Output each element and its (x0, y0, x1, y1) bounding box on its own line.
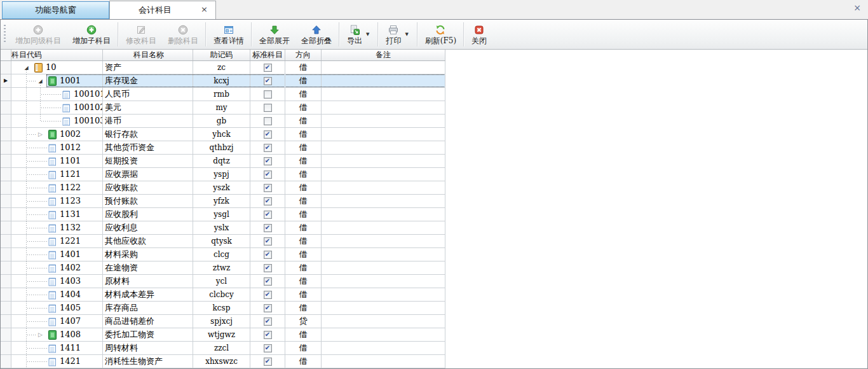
table-row[interactable]: 1407商品进销差价spjxcj✔贷 (1, 315, 445, 328)
tab-accounting-subjects[interactable]: 会计科目 × (109, 1, 216, 19)
export-dropdown-caret[interactable]: ▼ (365, 32, 370, 37)
table-row[interactable]: 1401材料采购clcg✔借 (1, 248, 445, 261)
window-close-icon[interactable]: × (853, 3, 861, 13)
tab-function-nav[interactable]: 功能导航窗 (2, 1, 109, 19)
direction-cell: 借 (285, 181, 322, 194)
standard-subject-checkbox[interactable]: ✔ (264, 331, 272, 339)
toolbar-button-view-details[interactable]: 查看详情 (208, 21, 250, 48)
standard-subject-cell: ✔ (250, 74, 285, 87)
standard-subject-checkbox[interactable]: ✔ (264, 224, 272, 232)
standard-subject-checkbox[interactable] (264, 117, 272, 125)
column-header-name[interactable]: 科目名称 (103, 50, 193, 60)
row-indicator-cell (1, 208, 11, 221)
sheet-icon (48, 237, 57, 246)
standard-subject-checkbox[interactable]: ✔ (264, 157, 272, 165)
row-indicator-cell (1, 181, 11, 194)
table-row[interactable]: 1421消耗性生物资产xhxswzc✔借 (1, 355, 445, 368)
standard-subject-checkbox[interactable] (264, 90, 272, 99)
table-row[interactable]: 1221其他应收款qtysk✔借 (1, 235, 445, 248)
table-row[interactable]: 1122应收账款yszk✔借 (1, 181, 445, 195)
sheet-icon (48, 357, 57, 366)
subject-name-cell: 美元 (103, 101, 193, 114)
table-row[interactable]: 1404材料成本差异clcbcy✔借 (1, 288, 445, 302)
column-header-code[interactable]: 科目代码 (11, 50, 103, 60)
standard-subject-checkbox[interactable]: ✔ (264, 144, 272, 152)
standard-subject-checkbox[interactable]: ✔ (264, 291, 272, 299)
column-header-mnem[interactable]: 助记码 (193, 50, 250, 60)
tree-guide-tick (27, 335, 36, 335)
table-row[interactable]: 1411周转材料zzcl✔借 (1, 342, 445, 355)
remark-cell (322, 181, 445, 194)
collapse-node-icon[interactable]: ◢ (37, 78, 44, 84)
table-row[interactable]: 1101短期投资dqtz✔借 (1, 155, 445, 168)
toolbar-button-collapse-all[interactable]: 全部折叠 (295, 21, 337, 48)
table-row[interactable]: ▷1408委托加工物资wtjgwz✔借 (1, 328, 445, 342)
standard-subject-checkbox[interactable]: ✔ (264, 77, 272, 85)
table-row[interactable]: 1132应收利息yslx✔借 (1, 221, 445, 235)
expand-node-icon[interactable]: ▷ (37, 131, 44, 137)
subject-code: 100101 (74, 88, 103, 101)
tree-guide-line (26, 302, 27, 314)
standard-subject-checkbox[interactable]: ✔ (264, 237, 272, 246)
row-indicator-cell (1, 101, 11, 114)
toolbar-button-expand-all[interactable]: 全部展开 (254, 21, 295, 48)
standard-subject-checkbox[interactable]: ✔ (264, 264, 272, 272)
standard-subject-checkbox[interactable]: ✔ (264, 344, 272, 352)
direction-cell: 借 (285, 115, 322, 127)
toolbar-button-label: 关闭 (471, 37, 487, 45)
table-row[interactable]: 1121应收票据yspj✔借 (1, 168, 445, 181)
toolbar-button-add-sibling[interactable]: 增加同级科目 (10, 21, 67, 48)
standard-subject-checkbox[interactable]: ✔ (264, 184, 272, 192)
standard-subject-checkbox[interactable]: ✔ (264, 304, 272, 312)
toolbar-button-export[interactable]: 导出▼ (341, 21, 376, 48)
standard-subject-checkbox[interactable]: ✔ (264, 211, 272, 219)
toolbar-button-print[interactable]: 打印▼ (380, 21, 415, 48)
toolbar-button-edit[interactable]: 修改科目 (120, 21, 162, 48)
standard-subject-checkbox[interactable]: ✔ (264, 277, 272, 286)
standard-subject-checkbox[interactable]: ✔ (264, 171, 272, 179)
table-row[interactable]: 1123预付账款yfzk✔借 (1, 195, 445, 208)
table-row[interactable]: 100102美元my借 (1, 101, 445, 115)
remark-cell (322, 355, 445, 368)
subject-code-cell: 1122 (11, 181, 103, 194)
table-row[interactable]: 100101人民币rmb借 (1, 88, 445, 101)
standard-subject-checkbox[interactable]: ✔ (264, 130, 272, 139)
standard-subject-checkbox[interactable]: ✔ (264, 251, 272, 259)
mnemonic-cell: rmb (193, 88, 250, 101)
table-row[interactable]: 1405库存商品kcsp✔借 (1, 302, 445, 315)
collapse-node-icon[interactable]: ◢ (23, 65, 30, 71)
subject-name-cell: 库存现金 (103, 74, 193, 87)
toolbar-button-close[interactable]: 关闭 (466, 21, 492, 48)
toolbar-button-refresh[interactable]: 刷新(F5) (419, 21, 462, 48)
toolbar-button-add-child[interactable]: 增加子科目 (67, 21, 116, 48)
standard-subject-checkbox[interactable]: ✔ (264, 317, 272, 326)
tree-guide-tick (27, 174, 47, 175)
table-row[interactable]: ▶◢1001库存现金kcxj✔借 (1, 74, 445, 88)
row-indicator-cell: ▶ (1, 74, 11, 87)
standard-subject-checkbox[interactable] (264, 104, 272, 112)
subject-name-cell: 其他应收款 (103, 235, 193, 247)
column-header-std[interactable]: 标准科目 (250, 50, 285, 60)
toolbar-grip-icon[interactable] (4, 25, 6, 44)
column-header-dir[interactable]: 方向 (285, 50, 322, 60)
table-row[interactable]: ◢10资产zc✔借 (1, 61, 445, 74)
tab-close-icon[interactable]: × (201, 5, 208, 13)
standard-subject-checkbox[interactable]: ✔ (264, 197, 272, 205)
table-row[interactable]: 1131应收股利ysgl✔借 (1, 208, 445, 221)
table-row[interactable]: 1012其他货币资金qthbzj✔借 (1, 141, 445, 155)
row-indicator-icon: ▶ (4, 78, 8, 83)
table-row[interactable]: 100103港币gb借 (1, 115, 445, 128)
standard-subject-checkbox[interactable]: ✔ (264, 64, 272, 72)
expand-node-icon[interactable]: ▷ (37, 331, 44, 338)
table-row[interactable]: ▷1002银行存款yhck✔借 (1, 128, 445, 141)
table-row[interactable]: 1403原材料ycl✔借 (1, 275, 445, 288)
tree-guide-line (26, 155, 27, 167)
standard-subject-cell: ✔ (250, 141, 285, 154)
toolbar-separator (339, 22, 340, 46)
tree-guide-line (40, 115, 41, 122)
table-row[interactable]: 1402在途物资ztwz✔借 (1, 261, 445, 275)
toolbar-button-delete[interactable]: 删除科目 (162, 21, 204, 48)
print-dropdown-caret[interactable]: ▼ (403, 32, 409, 37)
column-header-remark[interactable]: 备注 (322, 50, 445, 60)
standard-subject-checkbox[interactable]: ✔ (264, 358, 272, 366)
